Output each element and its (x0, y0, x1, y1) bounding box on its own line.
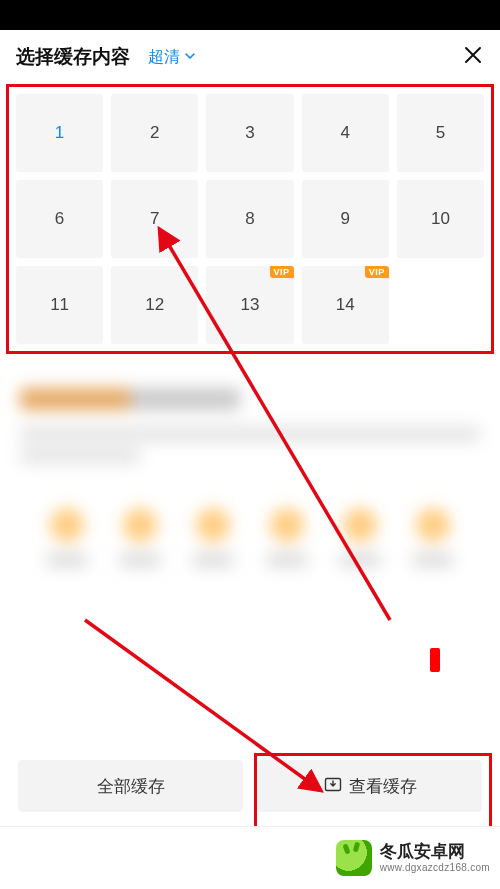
annotation-marker (430, 648, 440, 672)
view-cache-label: 查看缓存 (349, 775, 417, 798)
episode-grid-container: 12345678910111213VIP14VIP (0, 84, 500, 348)
episode-grid: 12345678910111213VIP14VIP (12, 90, 488, 348)
episode-number: 10 (431, 209, 450, 229)
episode-11[interactable]: 11 (16, 266, 103, 344)
episode-1[interactable]: 1 (16, 94, 103, 172)
episode-number: 13 (241, 295, 260, 315)
episode-9[interactable]: 9 (302, 180, 389, 258)
watermark-url: www.dgxazcdz168.com (380, 862, 490, 874)
quality-label: 超清 (148, 47, 180, 68)
episode-number: 1 (55, 123, 64, 143)
episode-2[interactable]: 2 (111, 94, 198, 172)
episode-number: 4 (340, 123, 349, 143)
watermark-title: 冬瓜安卓网 (380, 842, 490, 862)
cache-all-button[interactable]: 全部缓存 (18, 760, 243, 812)
watermark-logo-icon (336, 840, 372, 876)
episode-number: 9 (340, 209, 349, 229)
header-bar: 选择缓存内容 超清 (0, 30, 500, 84)
watermark: 冬瓜安卓网 www.dgxazcdz168.com (0, 826, 500, 889)
episode-number: 7 (150, 209, 159, 229)
view-cache-button[interactable]: 查看缓存 (257, 760, 482, 812)
episode-10[interactable]: 10 (397, 180, 484, 258)
header-title: 选择缓存内容 (16, 44, 130, 70)
episode-12[interactable]: 12 (111, 266, 198, 344)
cache-all-label: 全部缓存 (97, 775, 165, 798)
episode-6[interactable]: 6 (16, 180, 103, 258)
episode-7[interactable]: 7 (111, 180, 198, 258)
bottom-button-bar: 全部缓存 查看缓存 (0, 750, 500, 826)
episode-4[interactable]: 4 (302, 94, 389, 172)
close-button[interactable] (462, 44, 484, 70)
episode-14[interactable]: 14VIP (302, 266, 389, 344)
chevron-down-icon (184, 48, 196, 66)
episode-5[interactable]: 5 (397, 94, 484, 172)
vip-badge: VIP (365, 266, 389, 278)
episode-number: 5 (436, 123, 445, 143)
episode-number: 6 (55, 209, 64, 229)
episode-13[interactable]: 13VIP (206, 266, 293, 344)
vip-badge: VIP (270, 266, 294, 278)
episode-number: 14 (336, 295, 355, 315)
status-bar (0, 0, 500, 30)
episode-number: 2 (150, 123, 159, 143)
episode-3[interactable]: 3 (206, 94, 293, 172)
episode-8[interactable]: 8 (206, 180, 293, 258)
episode-number: 11 (50, 295, 69, 315)
close-icon (462, 44, 484, 66)
episode-number: 3 (245, 123, 254, 143)
quality-selector[interactable]: 超清 (148, 47, 196, 68)
download-folder-icon (323, 774, 343, 799)
episode-number: 12 (145, 295, 164, 315)
episode-number: 8 (245, 209, 254, 229)
blurred-content (0, 348, 500, 758)
